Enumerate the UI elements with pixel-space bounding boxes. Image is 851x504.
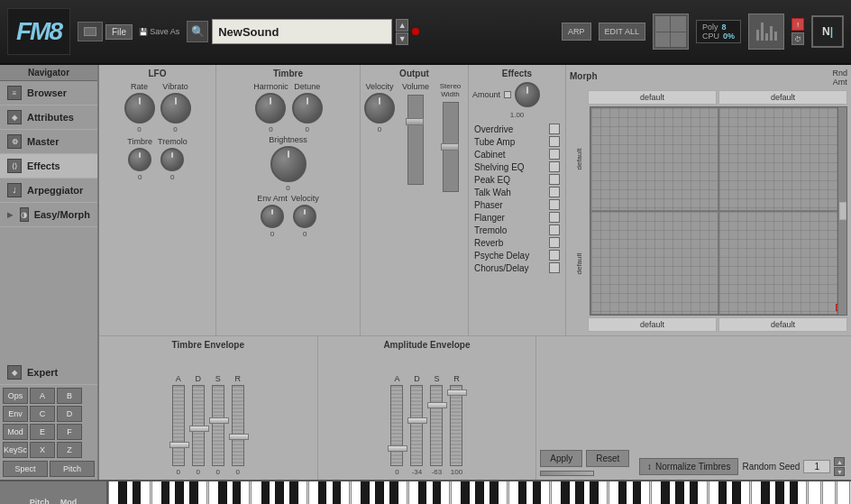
black-key-5-5[interactable] [690,481,699,504]
effect-checkbox-6[interactable] [549,199,560,210]
black-key-6-4[interactable] [775,481,784,504]
black-key-2-5[interactable] [389,481,398,504]
black-key-2-4[interactable] [375,481,384,504]
spect-button[interactable]: Spect [3,461,48,477]
sidebar-item-browser[interactable]: ≡ Browser [0,81,97,105]
morph-scrollbar[interactable] [837,107,846,315]
preset-down-button[interactable]: ▼ [396,32,408,45]
black-key-6-1[interactable] [732,481,741,504]
ops-x-button[interactable]: X [30,442,55,458]
vibrato-knob[interactable] [160,93,191,124]
harmonic-knob[interactable] [255,93,286,124]
black-key-0-4[interactable] [175,481,184,504]
effect-checkbox-9[interactable] [549,237,560,248]
morph-grid[interactable] [590,106,847,316]
alert-icon[interactable]: ! [792,18,804,31]
ops-c-button[interactable]: C [30,406,55,422]
keysc-button[interactable]: KeySc [3,442,28,458]
black-key-4-4[interactable] [575,481,584,504]
black-key-3-1[interactable] [433,481,442,504]
black-key-4-1[interactable] [533,481,542,504]
sidebar-item-easy-morph[interactable]: ▶ ◑ Easy/Morph [0,203,97,227]
effect-checkbox-10[interactable] [549,250,560,261]
amount-checkbox[interactable] [504,91,511,98]
effect-checkbox-1[interactable] [549,136,560,147]
sidebar-item-attributes[interactable]: ◈ Attributes [0,105,97,130]
ops-b-button[interactable]: B [57,388,82,404]
amp-env-a-slider[interactable] [390,385,403,466]
morph-quadrant-tl[interactable] [590,107,718,211]
ops-d-button[interactable]: D [57,406,82,422]
seed-input[interactable] [803,460,830,473]
amp-env-r-slider[interactable] [450,385,462,466]
black-key-5-3[interactable] [661,481,670,504]
effects-amount-knob[interactable] [515,82,540,107]
piano-keyboard[interactable] [108,481,851,504]
volume-fader[interactable] [407,95,424,185]
edit-all-button[interactable]: EDIT ALL [599,23,645,41]
brightness-knob[interactable] [270,146,307,182]
morph-quadrant-tr[interactable] [718,107,846,211]
timbre-env-s-slider[interactable] [212,385,224,466]
velocity-knob[interactable] [364,93,395,124]
black-key-1-5[interactable] [289,481,298,504]
morph-scrollbar-thumb[interactable] [839,202,846,220]
effect-checkbox-7[interactable] [549,212,560,223]
tremolo-knob[interactable] [160,148,184,171]
detune-knob[interactable] [292,93,323,124]
morph-quadrant-br[interactable] [718,211,846,315]
seed-up-button[interactable]: ▲ [834,457,845,466]
black-key-1-0[interactable] [218,481,227,504]
black-key-4-3[interactable] [561,481,570,504]
black-key-6-5[interactable] [790,481,799,504]
sidebar-item-arpeggiator[interactable]: ♩ Arpeggiator [0,179,97,203]
white-key-51[interactable] [837,481,850,504]
ops-z-button[interactable]: Z [57,442,82,458]
black-key-0-1[interactable] [133,481,142,504]
preset-up-button[interactable]: ▲ [396,19,408,32]
effect-checkbox-4[interactable] [549,174,560,185]
white-key-49[interactable] [808,481,821,504]
arp-button[interactable]: ARP [562,23,591,41]
apply-button[interactable]: Apply [540,450,582,467]
seed-down-button[interactable]: ▼ [834,467,845,476]
timbre-env-d-slider[interactable] [192,385,205,466]
black-key-0-0[interactable] [118,481,127,504]
black-key-4-5[interactable] [590,481,599,504]
black-key-0-5[interactable] [189,481,198,504]
sidebar-item-master[interactable]: ⚙ Master [0,130,97,154]
reset-button[interactable]: Reset [586,450,629,467]
tape-icon[interactable] [78,22,103,41]
env-button[interactable]: Env [3,406,28,422]
effect-checkbox-0[interactable] [549,124,560,134]
black-key-1-3[interactable] [261,481,270,504]
amp-env-d-slider[interactable] [410,385,423,466]
normalize-button[interactable]: ↕ Normalize Timbres [639,458,738,475]
black-key-4-0[interactable] [518,481,527,504]
effect-checkbox-5[interactable] [549,187,560,197]
lfo-timbre-knob[interactable] [128,148,151,171]
black-key-3-0[interactable] [418,481,427,504]
ops-button[interactable]: Ops [3,388,28,404]
black-key-1-4[interactable] [275,481,284,504]
black-key-6-3[interactable] [761,481,770,504]
mod-button[interactable]: Mod [3,424,28,440]
sidebar-item-expert[interactable]: ◆ Expert [0,361,97,385]
white-key-50[interactable] [822,481,836,504]
black-key-2-3[interactable] [361,481,370,504]
timbre-env-a-slider[interactable] [172,385,185,466]
black-key-0-3[interactable] [161,481,170,504]
file-button[interactable]: File [105,24,133,40]
black-key-1-1[interactable] [233,481,242,504]
search-icon[interactable]: 🔍 [187,21,208,42]
timbre-velocity-knob[interactable] [293,205,316,228]
black-key-3-3[interactable] [461,481,470,504]
black-key-6-0[interactable] [718,481,727,504]
black-key-5-0[interactable] [618,481,627,504]
clock-icon[interactable]: ⏱ [792,32,804,45]
sidebar-item-effects[interactable]: ⟨⟩ Effects [0,154,97,179]
black-key-2-1[interactable] [333,481,342,504]
timbre-env-r-slider[interactable] [232,385,244,466]
ops-f-button[interactable]: F [57,424,82,440]
black-key-5-4[interactable] [675,481,684,504]
